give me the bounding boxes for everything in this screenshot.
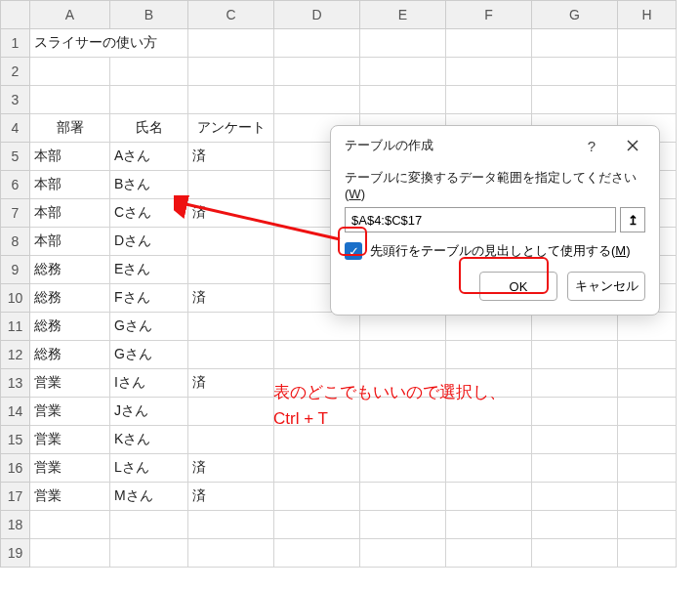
- cell[interactable]: [110, 511, 188, 539]
- cell[interactable]: [274, 86, 360, 114]
- cell[interactable]: [188, 426, 274, 454]
- cell[interactable]: 営業: [30, 398, 110, 426]
- cell[interactable]: [532, 483, 618, 511]
- col-header-F[interactable]: F: [446, 1, 532, 29]
- help-button[interactable]: ?: [575, 134, 608, 157]
- cell[interactable]: [188, 171, 274, 199]
- cell[interactable]: [188, 29, 274, 58]
- cell[interactable]: [274, 369, 360, 398]
- row-header[interactable]: 16: [1, 454, 30, 483]
- cell[interactable]: 本部: [30, 171, 110, 199]
- cell[interactable]: 本部: [30, 143, 110, 171]
- cell[interactable]: 総務: [30, 341, 110, 369]
- cell[interactable]: [360, 58, 446, 86]
- col-header-H[interactable]: H: [618, 1, 677, 29]
- cell[interactable]: [274, 398, 360, 426]
- cell[interactable]: [618, 426, 677, 454]
- cell[interactable]: [532, 511, 618, 539]
- cell[interactable]: [618, 539, 677, 568]
- cell[interactable]: [360, 341, 446, 369]
- cell[interactable]: [532, 369, 618, 398]
- cell[interactable]: 営業: [30, 454, 110, 483]
- cell[interactable]: [446, 369, 532, 398]
- cell[interactable]: [532, 454, 618, 483]
- cell[interactable]: [446, 29, 532, 58]
- cell[interactable]: [274, 341, 360, 369]
- cell[interactable]: Dさん: [110, 228, 188, 256]
- cell[interactable]: [360, 398, 446, 426]
- col-header-G[interactable]: G: [532, 1, 618, 29]
- cell[interactable]: [618, 29, 677, 58]
- header-row-checkbox[interactable]: ✓: [345, 242, 362, 260]
- cell[interactable]: [618, 454, 677, 483]
- cell[interactable]: 氏名: [110, 114, 188, 143]
- cell[interactable]: [446, 398, 532, 426]
- cell[interactable]: Aさん: [110, 143, 188, 171]
- cell[interactable]: [188, 313, 274, 341]
- row-header[interactable]: 8: [1, 228, 30, 256]
- row-header[interactable]: 6: [1, 171, 30, 199]
- select-all-corner[interactable]: [1, 1, 30, 29]
- cell[interactable]: [446, 341, 532, 369]
- cell[interactable]: [188, 228, 274, 256]
- cell[interactable]: 済: [188, 284, 274, 313]
- cell[interactable]: [30, 539, 110, 568]
- cell[interactable]: アンケート: [188, 114, 274, 143]
- cell[interactable]: 営業: [30, 483, 110, 511]
- row-header[interactable]: 5: [1, 143, 30, 171]
- cell[interactable]: [30, 86, 110, 114]
- cell[interactable]: [188, 58, 274, 86]
- col-header-A[interactable]: A: [30, 1, 110, 29]
- cell[interactable]: [532, 426, 618, 454]
- row-header[interactable]: 18: [1, 511, 30, 539]
- cell[interactable]: Kさん: [110, 426, 188, 454]
- cell[interactable]: 済: [188, 199, 274, 228]
- cell[interactable]: [532, 86, 618, 114]
- cell[interactable]: [360, 454, 446, 483]
- cell[interactable]: [188, 256, 274, 284]
- cell[interactable]: [446, 86, 532, 114]
- cell[interactable]: 済: [188, 143, 274, 171]
- cell[interactable]: Jさん: [110, 398, 188, 426]
- cell[interactable]: [446, 539, 532, 568]
- cell[interactable]: [274, 539, 360, 568]
- range-input[interactable]: [345, 207, 616, 232]
- cell[interactable]: [618, 313, 677, 341]
- cell[interactable]: [274, 313, 360, 341]
- cell[interactable]: Bさん: [110, 171, 188, 199]
- cell[interactable]: 済: [188, 454, 274, 483]
- cell[interactable]: [110, 58, 188, 86]
- cell[interactable]: [532, 29, 618, 58]
- cell[interactable]: [360, 29, 446, 58]
- cell[interactable]: [188, 398, 274, 426]
- row-header[interactable]: 19: [1, 539, 30, 568]
- cell[interactable]: Lさん: [110, 454, 188, 483]
- row-header[interactable]: 10: [1, 284, 30, 313]
- cell[interactable]: [532, 539, 618, 568]
- cell[interactable]: [188, 511, 274, 539]
- row-header[interactable]: 12: [1, 341, 30, 369]
- row-header[interactable]: 2: [1, 58, 30, 86]
- cell[interactable]: Gさん: [110, 341, 188, 369]
- row-header[interactable]: 11: [1, 313, 30, 341]
- collapse-dialog-button[interactable]: ↥: [620, 207, 645, 232]
- cell[interactable]: [188, 86, 274, 114]
- cell[interactable]: [532, 313, 618, 341]
- cell[interactable]: [446, 58, 532, 86]
- cell[interactable]: [532, 58, 618, 86]
- cell[interactable]: Iさん: [110, 369, 188, 398]
- cell[interactable]: [30, 58, 110, 86]
- row-header[interactable]: 14: [1, 398, 30, 426]
- cell[interactable]: [446, 511, 532, 539]
- cell[interactable]: [618, 398, 677, 426]
- cell[interactable]: [618, 369, 677, 398]
- cell[interactable]: 総務: [30, 256, 110, 284]
- cell[interactable]: [618, 341, 677, 369]
- cell[interactable]: [274, 483, 360, 511]
- close-button[interactable]: [616, 134, 649, 157]
- cell[interactable]: [360, 511, 446, 539]
- cell[interactable]: 本部: [30, 228, 110, 256]
- cell[interactable]: Gさん: [110, 313, 188, 341]
- cell[interactable]: 営業: [30, 426, 110, 454]
- cell[interactable]: [446, 426, 532, 454]
